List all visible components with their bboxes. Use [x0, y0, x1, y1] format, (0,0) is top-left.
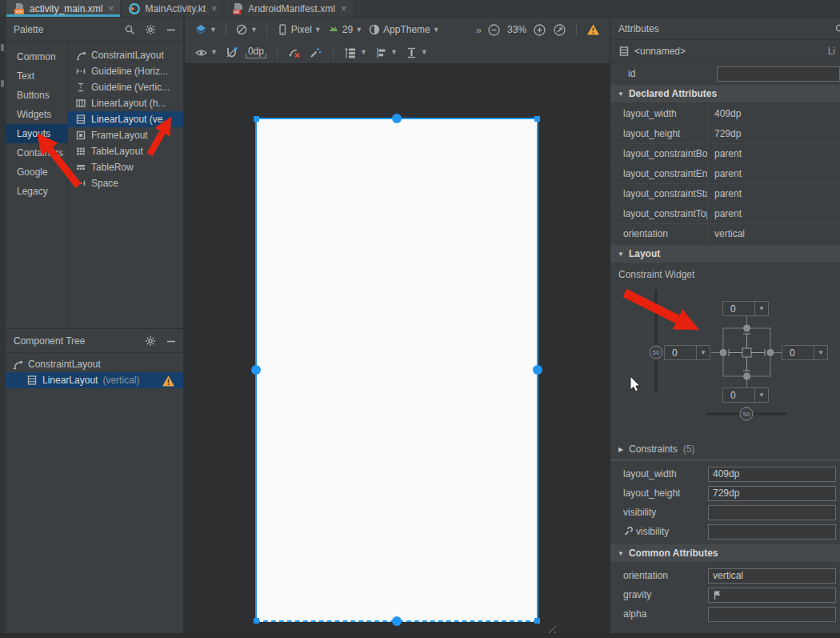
margin-bottom-dropdown[interactable]: 0▼ [722, 387, 769, 403]
palette-item[interactable]: TableLayout [68, 143, 183, 159]
view-mode-button[interactable]: ▼ [194, 23, 217, 36]
editor-tab[interactable]: MFAndroidManifest.xml× [225, 0, 353, 17]
constraint-anchor-left[interactable] [251, 365, 261, 375]
theme-label: AppTheme [383, 24, 430, 35]
palette-item[interactable]: Guideline (Vertic... [68, 79, 183, 95]
palette-header: Palette [6, 18, 183, 42]
layers-icon [194, 23, 207, 36]
clear-constraints-icon [288, 46, 302, 59]
declared-attribute-row[interactable]: layout_constraintTop_toparent [610, 203, 840, 223]
design-artboard-linearlayout[interactable] [255, 118, 538, 622]
editor-tab[interactable]: <>activity_main.xml× [6, 0, 120, 17]
section-constraints[interactable]: ▶ Constraints (5) [610, 440, 840, 458]
infer-constraints-button[interactable] [309, 46, 322, 59]
palette-item-list: ConstraintLayoutGuideline (Horiz...Guide… [68, 42, 183, 327]
declared-attribute-row[interactable]: layout_constraintBottom_parent [610, 143, 840, 163]
attribute-value-input[interactable] [708, 505, 836, 520]
pack-button[interactable]: ▼ [344, 46, 367, 59]
attribute-value-input[interactable] [708, 588, 836, 603]
gear-icon[interactable] [145, 335, 156, 347]
declared-attribute-row[interactable]: orientationvertical [610, 223, 840, 243]
zoom-out-icon[interactable] [487, 23, 501, 37]
palette-item[interactable]: Guideline (Horiz... [68, 63, 183, 79]
align-button[interactable]: ▼ [374, 46, 398, 59]
attribute-value-input[interactable]: 409dp [708, 467, 836, 482]
section-layout[interactable]: ▼ Layout [610, 245, 840, 263]
attribute-value-input[interactable] [708, 607, 836, 622]
component-tree-title: Component Tree [14, 335, 85, 347]
eye-icon [194, 47, 208, 58]
section-common-attributes[interactable]: ▼ Common Attributes [610, 544, 840, 562]
tab-close-icon[interactable]: × [211, 3, 217, 14]
id-input[interactable] [717, 66, 840, 82]
chevron-down-icon: ▼ [697, 349, 710, 356]
declared-attribute-row[interactable]: layout_height729dp [610, 123, 840, 143]
tab-close-icon[interactable]: × [341, 3, 346, 14]
palette-item[interactable]: LinearLayout (ve... [68, 111, 183, 127]
distribute-button[interactable]: ▼ [405, 46, 428, 59]
tab-close-icon[interactable]: × [108, 3, 114, 14]
palette-category-buttons[interactable]: Buttons [6, 86, 67, 105]
resize-handle-bottom-left[interactable] [254, 618, 259, 624]
palette-category-legacy[interactable]: Legacy [6, 182, 67, 201]
svg-text:MF: MF [234, 10, 241, 14]
palette-category-layouts[interactable]: Layouts [6, 124, 67, 143]
margin-left-dropdown[interactable]: 0▼ [664, 345, 710, 360]
svg-text:<>: <> [16, 8, 22, 14]
design-canvas[interactable] [185, 64, 610, 638]
orientation-button[interactable]: ▼ [235, 23, 258, 36]
palette-item[interactable]: FrameLayout [68, 127, 183, 143]
attributes-panel: Attributes <unnamed> Li id ▼ Declared At… [610, 18, 840, 638]
resize-handle-top-left[interactable] [254, 116, 259, 122]
clear-constraints-button[interactable] [288, 46, 302, 59]
search-icon[interactable] [124, 24, 135, 35]
declared-attribute-row[interactable]: layout_constraintEnd_toparent [610, 163, 840, 183]
warning-icon [162, 375, 175, 387]
search-icon[interactable] [834, 23, 840, 34]
minimize-icon[interactable] [166, 24, 177, 35]
warning-icon[interactable] [586, 23, 600, 36]
minimize-icon[interactable] [166, 335, 177, 347]
component-tree-item[interactable]: LinearLayout(vertical) [6, 372, 183, 388]
api-level-selector[interactable]: 29▼ [327, 23, 362, 36]
selected-component-row[interactable]: <unnamed> Li [610, 40, 840, 62]
chevron-down-icon: ▼ [755, 391, 768, 399]
constraint-anchor-right[interactable] [533, 365, 542, 375]
palette-item-label: LinearLayout (h... [91, 98, 166, 109]
attribute-value-input[interactable]: vertical [708, 568, 836, 584]
view-options-button[interactable]: ▼ [194, 47, 218, 58]
palette-category-common[interactable]: Common [6, 47, 67, 66]
chevron-down-icon: ▼ [355, 26, 362, 34]
theme-selector[interactable]: AppTheme▼ [368, 23, 440, 36]
resize-handle-bottom-right[interactable] [534, 618, 540, 624]
palette-category-text[interactable]: Text [6, 66, 67, 86]
attribute-label: layout_constraintTop_to [610, 204, 708, 223]
constraint-anchor-bottom[interactable] [392, 616, 402, 626]
attribute-value-input[interactable] [708, 524, 836, 540]
margin-top-dropdown[interactable]: 0▼ [722, 301, 769, 316]
component-tree-item[interactable]: ConstraintLayout [6, 356, 183, 372]
palette-item[interactable]: LinearLayout (h... [68, 95, 183, 111]
margin-right-dropdown[interactable]: 0▼ [782, 345, 828, 360]
palette-item[interactable]: Space [68, 175, 183, 191]
device-selector[interactable]: Pixel▼ [276, 23, 322, 36]
editor-tab[interactable]: MainActivity.kt× [122, 0, 223, 17]
palette-item[interactable]: ConstraintLayout [68, 47, 183, 63]
attribute-value-input[interactable]: 729dp [708, 486, 836, 501]
palette-category-google[interactable]: Google [6, 163, 67, 182]
autoconnect-toggle[interactable] [225, 46, 238, 59]
declared-attribute-row[interactable]: layout_constraintStart_tparent [610, 183, 840, 203]
section-declared-attributes[interactable]: ▼ Declared Attributes [610, 85, 840, 102]
attribute-value: parent [708, 168, 742, 179]
default-margin-control[interactable]: 0dp [246, 46, 266, 58]
declared-attribute-row[interactable]: layout_width409dp [610, 104, 840, 123]
constraint-anchor-top[interactable] [392, 114, 402, 123]
zoom-to-fit-icon[interactable] [553, 23, 566, 37]
zoom-in-icon[interactable] [533, 23, 546, 37]
gear-icon[interactable] [145, 24, 156, 35]
resize-handle-top-right[interactable] [534, 116, 540, 122]
palette-category-widgets[interactable]: Widgets [6, 105, 67, 124]
palette-item[interactable]: TableRow [68, 159, 183, 175]
toolbar-overflow-icon[interactable]: » [476, 24, 481, 36]
palette-category-containers[interactable]: Containers [6, 143, 67, 163]
